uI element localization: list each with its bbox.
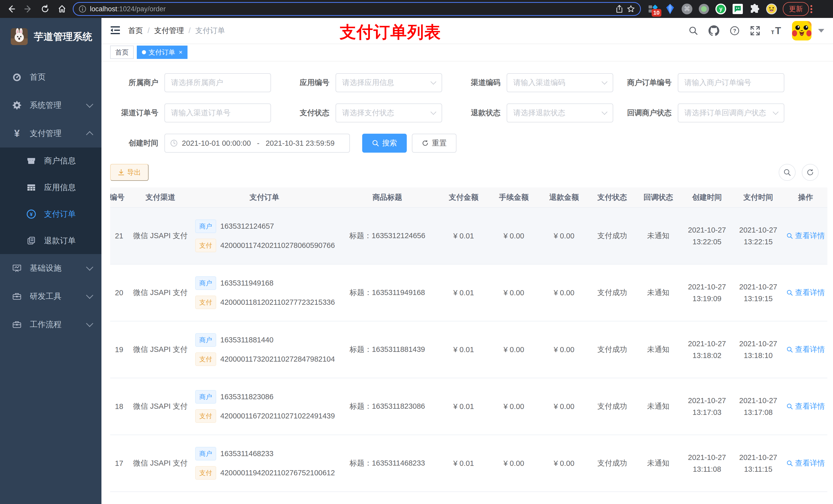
view-detail-link[interactable]: 查看详情 [786,401,825,411]
sidebar-item-label: 首页 [30,72,92,82]
breadcrumb: 首页 / 支付管理 / 支付订单 [128,26,225,36]
extension-diamond-icon[interactable]: 10 [647,3,659,15]
cell-pay-order: 商户 1635311354736 支付 [193,492,336,504]
sidebar-item-label: 退款订单 [44,235,76,246]
sidebar-item-system[interactable]: 系统管理 [0,91,101,119]
sidebar-item-infrastructure[interactable]: 基础设施 [0,254,101,282]
export-button[interactable]: 导出 [110,164,148,181]
sidebar-item-home[interactable]: 首页 [0,63,101,91]
github-icon[interactable] [709,25,719,36]
tag-home[interactable]: 首页 [110,46,134,59]
header-search-icon[interactable] [689,26,698,35]
cell-refund: ¥ 0.00 [539,378,589,435]
channel-code-select[interactable]: 请输入渠道编码 [507,73,613,92]
browser-menu-icon[interactable] [810,5,812,13]
notify-status-select[interactable]: 请选择订单回调商户状态 [678,103,784,122]
view-detail-link[interactable]: 查看详情 [786,231,825,241]
home-icon[interactable] [55,2,69,16]
cell-title [336,492,438,504]
cell-amount: ¥ 0.01 [438,435,489,492]
merchant-select[interactable]: 请选择所属商户 [164,73,271,92]
cell-actions [784,492,827,504]
yen-icon: ¥ [11,128,23,138]
gear-icon [11,100,23,110]
pay-status-filter-label: 支付状态 [281,108,336,118]
pay-badge: 支付 [195,295,216,309]
extension-dot-icon[interactable] [698,3,710,15]
cell-channel: 微信 JSAPI 支付 [128,208,193,264]
reload-icon[interactable] [39,2,52,16]
tag-close-icon[interactable]: × [179,49,182,56]
fullscreen-icon[interactable] [750,26,760,36]
sidebar-item-dev-tools[interactable]: 研发工具 [0,282,101,310]
profile-avatar-emoji[interactable] [766,3,777,15]
table-refresh-button[interactable] [802,164,819,181]
user-avatar[interactable] [792,21,811,41]
cell-id: 20 [110,264,128,321]
extension-gem-icon[interactable] [664,3,676,15]
cell-title: 标题：1635311881439 [336,321,438,378]
app-select[interactable]: 请选择应用信息 [336,73,442,92]
page-content: 所属商户 请选择所属商户 应用编号 请选择应用信息 渠道编码 [101,62,833,504]
chevron-down-icon [602,79,608,85]
cell-created: 2021-10-2713:11:08 [681,435,733,492]
refund-status-select[interactable]: 请选择退款状态 [507,103,613,122]
forward-icon[interactable] [22,2,35,16]
sidebar-item-payment[interactable]: ¥ 支付管理 [0,119,101,147]
breadcrumb-payment[interactable]: 支付管理 [154,26,184,36]
sidebar-item-pay-order[interactable]: ¥ 支付订单 [0,201,101,227]
app-logo: 芋道管理系统 [0,18,101,55]
app-title: 芋道管理系统 [34,30,92,43]
cell-amount [438,492,489,504]
logo-rabbit-image [11,28,28,45]
sidebar-item-app-info[interactable]: 应用信息 [0,174,101,201]
cell-paid: 2021-10-2713:17:08 [733,378,784,435]
bookmark-star-icon[interactable] [627,5,635,13]
sidebar-collapse-icon[interactable] [110,26,120,36]
address-bar[interactable]: localhost:1024/pay/order [73,2,641,16]
cell-pay-status: 支付成功 [589,378,635,435]
cell-paid: 2021-10-2713:19:15 [733,264,784,321]
cell-channel: 微信 JSAPI 支付 [128,264,193,321]
cell-title: 标题：1635311823086 [336,378,438,435]
cell-fee [489,492,539,504]
view-detail-link[interactable]: 查看详情 [786,344,825,355]
extension-command-icon[interactable]: ⌘ [681,3,693,15]
font-size-icon[interactable]: тT [770,26,782,36]
sidebar-item-workflow[interactable]: 工作流程 [0,310,101,339]
create-time-range-picker[interactable]: 2021-10-01 00:00:00 - 2021-10-31 23:59:5… [164,134,350,153]
extensions-puzzle-icon[interactable] [749,3,760,15]
chrome-update-button[interactable]: 更新 [783,2,809,16]
breadcrumb-home[interactable]: 首页 [128,26,143,36]
site-info-icon[interactable] [79,5,86,13]
back-icon[interactable] [5,2,18,16]
merchant-order-input[interactable]: 请输入商户订单编号 [678,73,784,92]
help-icon[interactable]: ? [730,26,740,36]
cell-id: 17 [110,435,128,492]
merchant-badge: 商户 [195,276,216,290]
cell-fee: ¥ 0.00 [489,321,539,378]
extension-chat-icon[interactable] [732,3,743,15]
cell-amount: ¥ 0.01 [438,378,489,435]
view-detail-link[interactable]: 查看详情 [786,288,825,298]
view-detail-link[interactable]: 查看详情 [786,458,825,469]
pay-badge: 支付 [195,409,216,423]
pay-status-select[interactable]: 请选择支付状态 [336,103,442,122]
avatar-caret-icon[interactable] [818,29,824,32]
extension-y-icon[interactable]: y [715,3,727,15]
search-button[interactable]: 搜索 [362,134,407,153]
tag-pay-order[interactable]: 支付订单 × [137,46,188,59]
channel-order-input[interactable]: 请输入渠道订单号 [164,103,271,122]
cell-title: 标题：1635311949168 [336,264,438,321]
table-search-toggle-button[interactable] [779,164,795,181]
channel-order-filter-label: 渠道订单号 [110,108,164,118]
col-refund: 退款金额 [539,188,589,208]
sidebar-item-refund-order[interactable]: 退款订单 [0,227,101,254]
share-icon[interactable] [616,5,623,13]
refund-status-filter-label: 退款状态 [452,108,507,118]
search-icon [786,346,793,353]
cell-paid [733,492,784,504]
cell-pay-status: 支付成功 [589,208,635,264]
reset-button[interactable]: 重置 [412,134,456,153]
sidebar-item-merchant-info[interactable]: 商户信息 [0,147,101,174]
